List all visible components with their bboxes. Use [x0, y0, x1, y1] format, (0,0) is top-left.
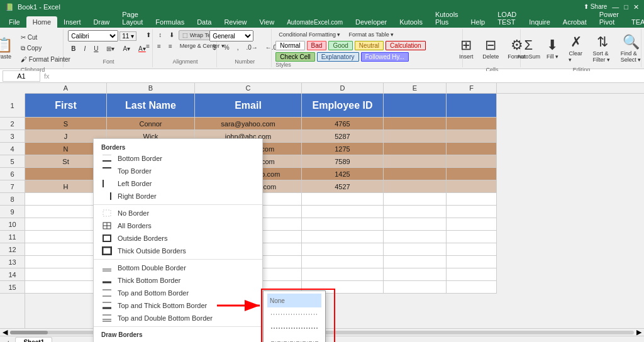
tab-team[interactable]: TEAM	[625, 16, 644, 28]
cell-e6[interactable]	[384, 168, 447, 180]
tab-load-test[interactable]: LOAD TEST	[491, 9, 523, 28]
name-box[interactable]	[3, 70, 40, 82]
autosum-button[interactable]: Σ AutoSum	[517, 30, 540, 67]
cell-f14[interactable]	[447, 268, 497, 281]
format-as-table-button[interactable]: Format as Table ▾	[345, 30, 397, 39]
normal-style-button[interactable]: Normal	[275, 41, 304, 50]
cell-e5[interactable]	[384, 155, 447, 168]
number-format-select[interactable]: General	[209, 30, 253, 41]
border-button[interactable]: ⊞▾	[103, 44, 118, 53]
align-top-button[interactable]: ⬆	[143, 30, 154, 40]
top-bottom-border-item[interactable]: Top and Bottom Border	[94, 287, 262, 299]
cell-c2[interactable]: sara@yahoo.com	[195, 118, 302, 130]
fill-button[interactable]: ⬇ Fill ▾	[541, 30, 564, 67]
cell-e15[interactable]	[384, 281, 447, 294]
tab-page-layout[interactable]: Page Layout	[116, 9, 149, 28]
tab-formulas[interactable]: Formulas	[149, 16, 191, 28]
cell-e4[interactable]	[384, 143, 447, 155]
paste-button[interactable]: 📋 Paste	[0, 30, 16, 67]
tab-review[interactable]: Review	[218, 16, 253, 28]
tab-view[interactable]: View	[253, 16, 280, 28]
sort-filter-button[interactable]: ⇅ Sort & Filter ▾	[589, 30, 615, 67]
cell-f8[interactable]	[447, 193, 497, 206]
line-style-none[interactable]: None	[267, 294, 321, 307]
insert-button[interactable]: ⊞ Insert	[455, 30, 477, 67]
row-num-7[interactable]: 7	[0, 180, 25, 193]
cell-e2[interactable]	[384, 118, 447, 130]
row-num-5[interactable]: 5	[0, 155, 25, 168]
followed-style-button[interactable]: Followed Hy...	[361, 52, 409, 62]
cell-d10[interactable]	[302, 218, 384, 231]
explanatory-style-button[interactable]: Explanatory	[317, 52, 359, 62]
cell-b2[interactable]: Connor	[107, 118, 195, 130]
line-style-dashed-small[interactable]	[267, 321, 321, 335]
cell-d7[interactable]: 4527	[302, 180, 384, 193]
align-left-button[interactable]: ≡	[143, 41, 153, 51]
cell-d14[interactable]	[302, 268, 384, 281]
cell-e11[interactable]	[384, 231, 447, 243]
comma-button[interactable]: ,	[234, 43, 242, 52]
row-num-9[interactable]: 9	[0, 206, 25, 218]
align-right-button[interactable]: ≡	[165, 41, 175, 51]
cell-f13[interactable]	[447, 256, 497, 268]
percent-button[interactable]: %	[221, 43, 233, 52]
tab-help[interactable]: Help	[465, 16, 492, 28]
cell-f15[interactable]	[447, 281, 497, 294]
neutral-style-button[interactable]: Neutral	[355, 41, 384, 50]
col-header-a[interactable]: A	[25, 83, 107, 93]
tab-inquire[interactable]: Inquire	[523, 16, 557, 28]
header-cell-email[interactable]: Email	[195, 94, 302, 118]
underline-button[interactable]: U	[91, 44, 101, 53]
cell-d8[interactable]	[302, 193, 384, 206]
col-header-c[interactable]: C	[195, 83, 302, 93]
col-header-f[interactable]: F	[447, 83, 497, 93]
tab-acrobat[interactable]: Acrobat	[557, 16, 593, 28]
formula-input[interactable]	[53, 71, 641, 81]
bad-style-button[interactable]: Bad	[307, 41, 327, 50]
cell-f9[interactable]	[447, 206, 497, 218]
top-border-item[interactable]: Top Border	[94, 165, 262, 177]
font-family-select[interactable]: Calibri	[68, 30, 118, 41]
tab-developer[interactable]: Developer	[349, 16, 393, 28]
cell-f2[interactable]	[447, 118, 497, 130]
cell-e3[interactable]	[384, 130, 447, 143]
cell-d12[interactable]	[302, 243, 384, 256]
tab-insert[interactable]: Insert	[57, 16, 87, 28]
find-select-button[interactable]: 🔍 Find & Select ▾	[617, 30, 644, 67]
left-border-item[interactable]: Left Border	[94, 177, 262, 190]
bold-button[interactable]: B	[68, 44, 79, 53]
cell-e13[interactable]	[384, 256, 447, 268]
currency-button[interactable]: $	[209, 43, 219, 52]
header-cell-first[interactable]: First	[25, 94, 107, 118]
cell-d13[interactable]	[302, 256, 384, 268]
clear-button[interactable]: ✗ Clear ▾	[565, 30, 587, 67]
outside-borders-item[interactable]: Outside Borders	[94, 232, 262, 245]
row-num-3[interactable]: 3	[0, 130, 25, 143]
align-middle-button[interactable]: ↕	[155, 30, 165, 40]
tab-kutools[interactable]: Kutools	[393, 16, 429, 28]
col-header-b[interactable]: B	[107, 83, 195, 93]
line-style-dash-dot[interactable]	[267, 335, 321, 342]
cell-e10[interactable]	[384, 218, 447, 231]
thick-bottom-border-item[interactable]: Thick Bottom Border	[94, 274, 262, 287]
cell-e9[interactable]	[384, 206, 447, 218]
top-thick-bottom-item[interactable]: Top and Thick Bottom Border	[94, 299, 262, 312]
good-style-button[interactable]: Good	[328, 41, 352, 50]
line-style-submenu[interactable]: None	[263, 290, 326, 342]
scroll-left-icon[interactable]: ◀	[3, 328, 8, 336]
tab-draw[interactable]: Draw	[87, 16, 116, 28]
add-sheet-button[interactable]: +	[3, 338, 14, 343]
delete-button[interactable]: ⊟ Delete	[479, 30, 502, 67]
increase-decimal-button[interactable]: .0→	[243, 43, 260, 52]
top-double-bottom-item[interactable]: Top and Double Bottom Border	[94, 312, 262, 324]
sheet-tab-sheet1[interactable]: Sheet1	[15, 337, 52, 343]
tab-home[interactable]: Home	[26, 16, 57, 28]
row-num-1[interactable]: 1	[0, 94, 25, 118]
cell-d2[interactable]: 4765	[302, 118, 384, 130]
header-cell-f[interactable]	[447, 94, 497, 118]
row-num-10[interactable]: 10	[0, 218, 25, 231]
align-center-button[interactable]: ≡	[154, 41, 164, 51]
cell-d5[interactable]: 7589	[302, 155, 384, 168]
thick-outside-borders-item[interactable]: Thick Outside Borders	[94, 245, 262, 257]
row-num-4[interactable]: 4	[0, 143, 25, 155]
